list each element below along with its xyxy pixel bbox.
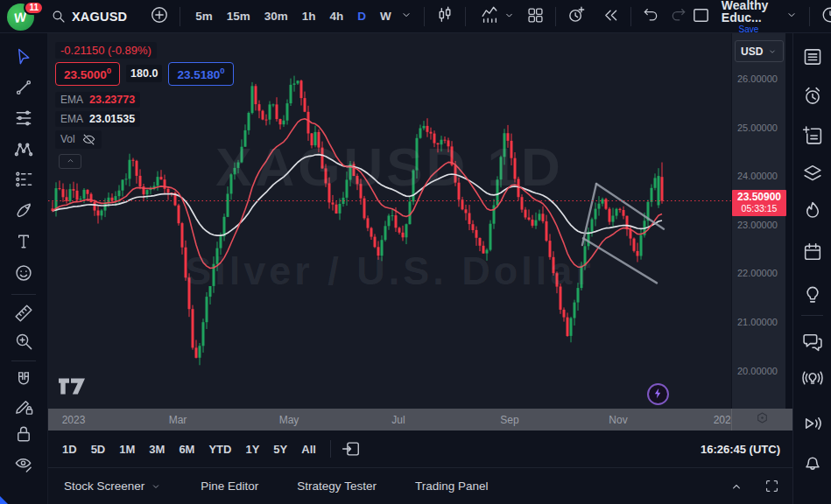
bar-replay-button[interactable] (600, 4, 622, 29)
price-tick: 22.00000 (737, 268, 778, 278)
layout-grid-button[interactable] (525, 4, 546, 29)
price-axis[interactable]: USD 23.50900 05:33:15 26.0000025.0000024… (731, 33, 785, 409)
price-tick: 26.00000 (737, 74, 778, 84)
sell-bid-button[interactable]: 23.50000 (55, 62, 120, 86)
toolbar-divider (555, 7, 556, 26)
text-icon[interactable] (14, 232, 34, 252)
time-axis-labels: 2023MarMayJulSepNov2024 (48, 409, 731, 430)
timeframe-4h-button[interactable]: 4h (324, 7, 350, 25)
timeframe-5m-button[interactable]: 5m (189, 7, 219, 25)
range-3m-button[interactable]: 3M (149, 443, 165, 456)
shows-icon[interactable] (801, 413, 823, 435)
brush-icon[interactable] (14, 200, 34, 220)
redo-icon (670, 6, 687, 26)
object-tree-icon[interactable] (801, 163, 823, 185)
magnet-icon[interactable] (14, 370, 34, 390)
ideas-icon[interactable] (801, 284, 823, 305)
currency-label: USD (741, 46, 763, 58)
chat-icon[interactable] (801, 331, 823, 353)
alarm-clock-icon[interactable] (801, 86, 823, 108)
calendar-icon[interactable] (801, 242, 823, 263)
axis-gap (785, 33, 792, 409)
xabcd-pattern-icon[interactable] (14, 139, 34, 159)
indicators-menu-chevron[interactable] (501, 7, 518, 26)
range-1m-button[interactable]: 1M (119, 443, 135, 456)
toolbar-divider (11, 360, 36, 361)
ema-fast-value: 23.23773 (89, 94, 135, 106)
lightning-icon (651, 387, 665, 402)
create-alert-button[interactable] (565, 4, 588, 29)
live-streams-icon[interactable] (801, 368, 823, 389)
currency-select[interactable]: USD (735, 40, 784, 62)
ruler-icon[interactable] (14, 304, 34, 324)
lock-all-drawings-icon[interactable] (14, 424, 34, 444)
timeframe-30m-button[interactable]: 30m (258, 7, 294, 25)
timeframe-15m-button[interactable]: 15m (221, 7, 257, 25)
trend-line-icon[interactable] (14, 78, 34, 98)
tab-strategy-tester[interactable]: Strategy Tester (297, 480, 377, 493)
text-notes-icon[interactable] (801, 125, 823, 147)
logo-button[interactable]: W 11 (7, 2, 39, 32)
symbol-search-button[interactable]: XAGUSD (51, 9, 127, 24)
time-axis[interactable]: 2023MarMayJulSepNov2024 (48, 409, 792, 430)
tradingview-logo-icon[interactable] (58, 377, 86, 399)
ema-fast-row: EMA 23.23773 (55, 92, 140, 108)
lightning-button[interactable] (647, 383, 669, 405)
timeframe-w-button[interactable]: W (374, 7, 398, 25)
timeframe-bar: 5m15m30m1h4hDW (189, 7, 398, 25)
chart-style-button[interactable] (433, 4, 456, 29)
session-clock[interactable]: 16:26:45 (UTC) (701, 443, 780, 456)
forecast-icon[interactable] (14, 170, 34, 190)
layout-select-button[interactable] (689, 4, 713, 30)
timeframe-d-button[interactable]: D (351, 7, 372, 25)
range-6m-button[interactable]: 6M (179, 443, 194, 456)
range-5y-button[interactable]: 5Y (273, 443, 287, 456)
axis-settings-corner[interactable] (731, 409, 792, 430)
tab-trading-panel[interactable]: Trading Panel (415, 480, 489, 493)
corner-wedge (0, 496, 8, 504)
range-ytd-button[interactable]: YTD (208, 443, 231, 456)
range-1y-button[interactable]: 1Y (245, 443, 259, 456)
chart-canvas[interactable]: XAGUSD 1D Silver / U.S. Dollar -0.21150 … (48, 33, 731, 409)
toolbar-divider (424, 7, 425, 26)
price-tick: 25.00000 (737, 122, 778, 133)
tab-stock-screener[interactable]: Stock Screener (64, 480, 162, 493)
quick-menu-button[interactable] (819, 4, 831, 29)
watchlist-icon[interactable] (801, 46, 823, 68)
layout-name-menu[interactable]: Wealthy Educ... Save (722, 0, 776, 33)
undo-button[interactable] (640, 4, 661, 28)
last-price-badge: 23.50900 05:33:15 (732, 190, 786, 216)
hotlists-icon[interactable] (801, 200, 823, 222)
timeframe-menu-chevron[interactable] (398, 6, 415, 26)
cursor-icon[interactable] (14, 47, 34, 67)
go-to-date-button[interactable] (342, 439, 361, 458)
range-1d-button[interactable]: 1D (62, 443, 77, 456)
fib-retracement-icon[interactable] (14, 108, 34, 129)
range-all-button[interactable]: All (301, 443, 316, 456)
stay-in-drawing-mode-icon[interactable] (14, 396, 34, 416)
fullscreen-button[interactable] (762, 476, 782, 496)
eye-off-icon[interactable] (81, 132, 96, 147)
notifications-icon[interactable] (801, 452, 823, 473)
compare-add-button[interactable] (148, 4, 171, 29)
alert-plus-icon (567, 5, 586, 27)
legend-collapse-button[interactable] (59, 154, 81, 169)
hide-all-drawings-icon[interactable] (14, 454, 34, 474)
emoji-icon[interactable] (14, 263, 34, 284)
toolbar-divider (465, 7, 466, 26)
sidebar-divider (801, 315, 823, 316)
timeframe-1h-button[interactable]: 1h (296, 7, 322, 25)
range-5d-button[interactable]: 5D (91, 443, 106, 456)
time-axis-label: Mar (169, 414, 187, 426)
indicators-button[interactable] (478, 4, 501, 29)
save-button[interactable]: Save (739, 25, 759, 34)
tradingview-app: W 11 XAGUSD 5m15m30m1h4hDW (0, 0, 831, 504)
tab-pine-editor[interactable]: Pine Editor (201, 480, 258, 493)
zoom-in-icon[interactable] (14, 332, 34, 352)
indicators-icon (480, 5, 499, 27)
collapse-panel-button[interactable] (727, 477, 746, 496)
buy-ask-button[interactable]: 23.51800 (168, 62, 233, 86)
layout-menu-chevron[interactable] (783, 6, 800, 26)
redo-button[interactable] (668, 4, 689, 28)
chevron-down-icon (503, 9, 516, 24)
